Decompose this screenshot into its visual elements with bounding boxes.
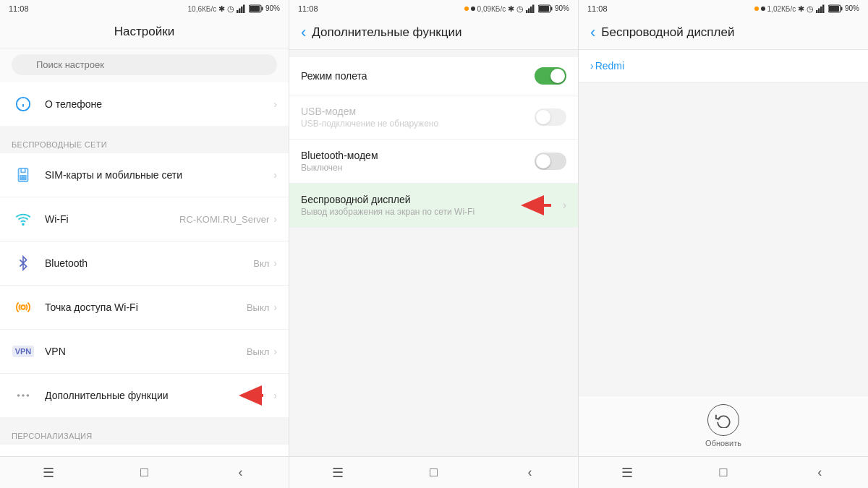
clock-icon-3: ◷ bbox=[807, 4, 814, 14]
dot2-icon-2 bbox=[471, 7, 475, 11]
refresh-button[interactable] bbox=[707, 404, 739, 436]
dot-icon-2 bbox=[464, 7, 469, 11]
func-item-usb: USB-модем USB-подключение не обнаружено bbox=[289, 95, 578, 140]
func-item-bt-modem[interactable]: Bluetooth-модем Выключен bbox=[289, 140, 578, 184]
refresh-label: Обновить bbox=[705, 439, 741, 448]
func-item-wireless-display[interactable]: Беспроводной дисплей Вывод изображения н… bbox=[289, 184, 578, 228]
battery-icon-3: 90% bbox=[828, 4, 859, 13]
vpn-title: VPN bbox=[45, 346, 66, 357]
time-3: 11:08 bbox=[587, 4, 608, 13]
data-speed-2: 0,09КБ/с bbox=[477, 5, 506, 13]
nav-home-1[interactable]: □ bbox=[129, 457, 161, 489]
settings-title: Настройки bbox=[0, 17, 289, 48]
settings-item-about[interactable]: О телефоне › bbox=[0, 82, 289, 126]
airplane-toggle[interactable] bbox=[535, 67, 566, 85]
nav-menu-1[interactable]: ☰ bbox=[33, 457, 64, 489]
usb-toggle bbox=[535, 108, 566, 126]
gap-2 bbox=[0, 417, 289, 424]
wireless-display-title: Беспроводной дисплей bbox=[301, 194, 518, 205]
nav-bar-1: ☰ □ ‹ bbox=[0, 456, 289, 488]
func-item-airplane[interactable]: Режим полета bbox=[289, 57, 578, 95]
wifi-chevron: › bbox=[273, 213, 277, 225]
bt-icon-3: ✱ bbox=[798, 4, 804, 14]
svg-rect-32 bbox=[528, 9, 530, 14]
vpn-chevron: › bbox=[273, 346, 277, 357]
wireless-section-label: БЕСПРОВОДНЫЕ СЕТИ bbox=[0, 133, 289, 153]
svg-rect-14 bbox=[24, 176, 26, 178]
signal-icon-2 bbox=[526, 4, 536, 13]
time-2: 11:08 bbox=[298, 4, 318, 13]
redmi-link[interactable]: › Redmi bbox=[579, 50, 868, 82]
search-input[interactable] bbox=[12, 54, 277, 75]
usb-title: USB-модем bbox=[301, 106, 535, 117]
empty-area bbox=[579, 83, 868, 395]
svg-rect-31 bbox=[526, 10, 528, 13]
dots-icon bbox=[15, 388, 31, 403]
back-button-3[interactable]: ‹ bbox=[590, 25, 595, 40]
nav-menu-2[interactable]: ☰ bbox=[322, 457, 354, 489]
settings-item-bluetooth[interactable]: Bluetooth Вкл › bbox=[0, 241, 289, 286]
settings-item-wifi[interactable]: Wi-Fi RC-KOMI.RU_Server › bbox=[0, 197, 289, 241]
battery-icon-1: 90% bbox=[249, 4, 280, 13]
bluetooth-status-icon: ✱ bbox=[218, 4, 225, 14]
nav-back-3[interactable]: ‹ bbox=[804, 457, 835, 489]
hotspot-value: Выкл bbox=[247, 302, 269, 313]
status-bar-2: 11:08 0,09КБ/с ✱ ◷ 90% bbox=[289, 0, 578, 17]
panel-wireless-display: 11:08 1,02КБ/с ✱ ◷ 90% ‹ Беспроводной ди… bbox=[579, 0, 868, 488]
status-icons-3: 1,02КБ/с ✱ ◷ 90% bbox=[754, 4, 859, 14]
nav-back-2[interactable]: ‹ bbox=[514, 457, 546, 489]
sim-chevron: › bbox=[273, 169, 277, 181]
nav-home-3[interactable]: □ bbox=[707, 457, 739, 489]
status-icons-1: 10,6КБ/с ✱ ◷ 90% bbox=[188, 4, 280, 14]
info-icon bbox=[15, 96, 31, 112]
gap-1 bbox=[0, 126, 289, 133]
dot2-icon-3 bbox=[761, 7, 765, 11]
panel3-title: Беспроводной дисплей bbox=[601, 25, 734, 40]
redmi-chevron-icon: › bbox=[590, 60, 594, 72]
back-button-2[interactable]: ‹ bbox=[301, 25, 306, 40]
bt-icon-2: ✱ bbox=[508, 4, 514, 14]
bluetooth-chevron: › bbox=[273, 257, 277, 269]
svg-rect-41 bbox=[818, 9, 820, 14]
status-bar-3: 11:08 1,02КБ/с ✱ ◷ 90% bbox=[579, 0, 868, 17]
about-chevron: › bbox=[273, 98, 277, 110]
settings-item-hotspot[interactable]: Точка доступа Wi-Fi Выкл › bbox=[0, 286, 289, 330]
svg-rect-46 bbox=[829, 6, 839, 12]
status-icons-2: 0,09КБ/с ✱ ◷ 90% bbox=[464, 4, 569, 14]
nav-bar-2: ☰ □ ‹ bbox=[289, 456, 578, 488]
bluetooth-title: Bluetooth bbox=[45, 257, 88, 269]
airplane-title: Режим полета bbox=[301, 70, 535, 82]
svg-point-19 bbox=[17, 394, 20, 397]
svg-rect-45 bbox=[841, 7, 843, 11]
svg-rect-33 bbox=[530, 7, 532, 13]
hotspot-chevron: › bbox=[273, 301, 277, 313]
signal-icon bbox=[237, 4, 247, 13]
svg-rect-3 bbox=[243, 5, 245, 14]
time-1: 11:08 bbox=[9, 4, 29, 13]
nav-back-1[interactable]: ‹ bbox=[225, 457, 257, 489]
svg-rect-16 bbox=[24, 179, 26, 180]
nav-menu-3[interactable]: ☰ bbox=[611, 457, 643, 489]
about-title: О телефоне bbox=[45, 98, 102, 110]
battery-icon-2: 90% bbox=[538, 4, 569, 13]
vpn-value: Выкл bbox=[247, 346, 269, 357]
wireless-display-subtitle: Вывод изображения на экран по сети Wi-Fi bbox=[301, 207, 518, 217]
wireless-list: SIM-карты и мобильные сети › Wi-Fi RC-KO… bbox=[0, 153, 289, 417]
svg-point-17 bbox=[22, 223, 24, 225]
bt-modem-title: Bluetooth-модем bbox=[301, 150, 535, 161]
bt-modem-toggle[interactable] bbox=[535, 153, 566, 170]
svg-rect-2 bbox=[241, 7, 243, 13]
settings-item-vpn[interactable]: VPN VPN Выкл › bbox=[0, 330, 289, 374]
svg-rect-13 bbox=[20, 176, 22, 178]
settings-item-extra[interactable]: Дополнительные функции › bbox=[0, 374, 289, 417]
svg-rect-42 bbox=[820, 7, 822, 13]
wifi-title: Wi-Fi bbox=[45, 213, 69, 225]
svg-point-20 bbox=[22, 394, 25, 397]
nav-home-2[interactable]: □ bbox=[418, 457, 450, 489]
func-items-list: Режим полета USB-модем USB-подключение н… bbox=[289, 57, 578, 228]
settings-item-screen[interactable]: Экран › bbox=[0, 445, 289, 456]
data-speed-3: 1,02КБ/с bbox=[767, 5, 796, 13]
vpn-icon: VPN bbox=[12, 346, 35, 357]
settings-item-sim[interactable]: SIM-карты и мобильные сети › bbox=[0, 153, 289, 197]
svg-rect-5 bbox=[262, 7, 263, 11]
